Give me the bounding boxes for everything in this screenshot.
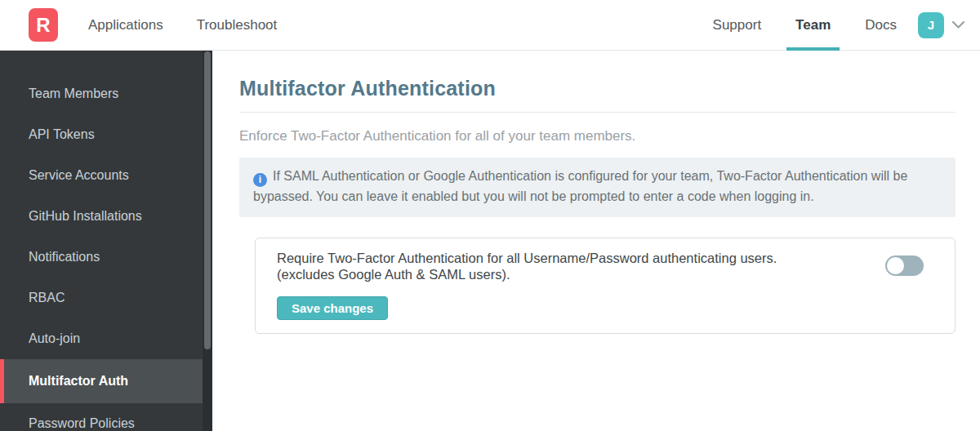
- nav-item-team[interactable]: Team: [795, 0, 831, 51]
- nav-item-troubleshoot[interactable]: Troubleshoot: [197, 0, 278, 51]
- nav-item-docs[interactable]: Docs: [865, 0, 897, 51]
- settings-sidebar: Team Members API Tokens Service Accounts…: [0, 51, 212, 431]
- secondary-nav: Support Team Docs: [713, 0, 897, 51]
- sidebar-item-multifactor-auth[interactable]: Multifactor Auth: [0, 359, 203, 403]
- page-title: Multifactor Authentication: [239, 78, 956, 99]
- sidebar-item-team-members[interactable]: Team Members: [0, 73, 203, 114]
- nav-item-support[interactable]: Support: [713, 0, 762, 51]
- two-factor-requirement-text: Require Two-Factor Authentication for al…: [277, 250, 865, 266]
- info-icon: i: [253, 173, 267, 187]
- primary-nav: Applications Troubleshoot: [88, 0, 277, 51]
- sidebar-item-api-tokens[interactable]: API Tokens: [0, 114, 203, 155]
- main-content: Multifactor Authentication Enforce Two-F…: [212, 51, 980, 431]
- nav-item-applications[interactable]: Applications: [88, 0, 163, 51]
- info-banner: iIf SAML Authentication or Google Authen…: [239, 158, 956, 217]
- two-factor-settings-card: Require Two-Factor Authentication for al…: [255, 238, 956, 334]
- toggle-knob-icon: [887, 257, 904, 274]
- rollbar-logo-icon[interactable]: R: [29, 8, 58, 42]
- page-description: Enforce Two-Factor Authentication for al…: [239, 128, 956, 144]
- avatar[interactable]: J: [918, 12, 944, 38]
- sidebar-item-notifications[interactable]: Notifications: [0, 237, 203, 278]
- top-navbar: R Applications Troubleshoot Support Team…: [0, 0, 980, 51]
- sidebar-item-auto-join[interactable]: Auto-join: [0, 318, 203, 359]
- save-changes-button[interactable]: Save changes: [277, 296, 388, 320]
- sidebar-item-password-policies[interactable]: Password Policies: [0, 403, 203, 431]
- two-factor-toggle[interactable]: [885, 255, 924, 276]
- sidebar-item-github-installations[interactable]: GitHub Installations: [0, 196, 203, 237]
- sidebar-item-service-accounts[interactable]: Service Accounts: [0, 155, 203, 196]
- sidebar-nav: Team Members API Tokens Service Accounts…: [0, 51, 212, 431]
- sidebar-scrollbar-thumb[interactable]: [204, 51, 211, 349]
- two-factor-exclusion-text: (excludes Google Auth & SAML users).: [277, 266, 865, 282]
- chevron-down-icon[interactable]: [951, 20, 965, 29]
- user-menu: J: [918, 12, 965, 38]
- info-banner-text: If SAML Authentication or Google Authent…: [253, 169, 907, 203]
- title-divider: [239, 112, 956, 113]
- sidebar-item-rbac[interactable]: RBAC: [0, 278, 203, 318]
